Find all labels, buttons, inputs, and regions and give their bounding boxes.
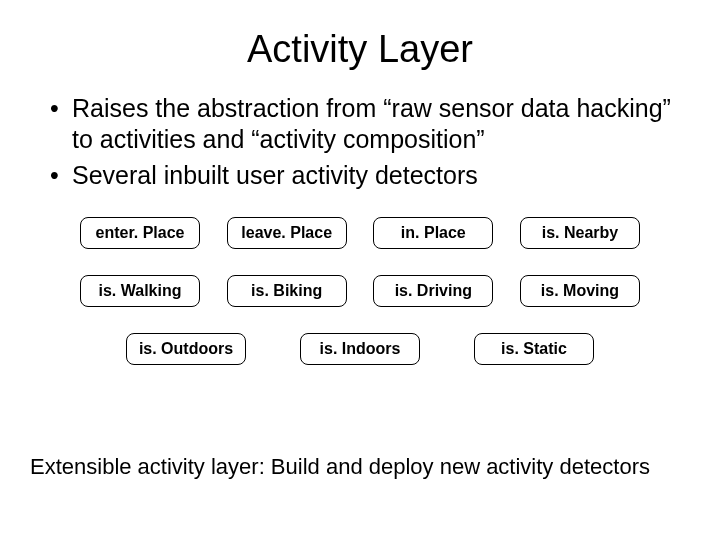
slide-title: Activity Layer xyxy=(40,28,680,71)
detector-chip: is. Driving xyxy=(373,275,493,307)
detector-chip: is. Moving xyxy=(520,275,640,307)
bullet-list: Raises the abstraction from “raw sensor … xyxy=(40,93,680,191)
detector-chip: is. Walking xyxy=(80,275,200,307)
detector-chip: enter. Place xyxy=(80,217,200,249)
bullet-item: Several inbuilt user activity detectors xyxy=(50,160,680,191)
detector-chip: leave. Place xyxy=(227,217,347,249)
detector-row: is. Walking is. Biking is. Driving is. M… xyxy=(80,275,640,307)
detector-chip: is. Outdoors xyxy=(126,333,246,365)
detector-row: enter. Place leave. Place in. Place is. … xyxy=(80,217,640,249)
bullet-item: Raises the abstraction from “raw sensor … xyxy=(50,93,680,156)
detector-chip: is. Biking xyxy=(227,275,347,307)
detector-grid: enter. Place leave. Place in. Place is. … xyxy=(40,217,680,365)
detector-chip: is. Indoors xyxy=(300,333,420,365)
detector-chip: is. Nearby xyxy=(520,217,640,249)
detector-chip: in. Place xyxy=(373,217,493,249)
detector-chip: is. Static xyxy=(474,333,594,365)
footer-text: Extensible activity layer: Build and dep… xyxy=(30,454,690,480)
detector-row: is. Outdoors is. Indoors is. Static xyxy=(80,333,640,365)
